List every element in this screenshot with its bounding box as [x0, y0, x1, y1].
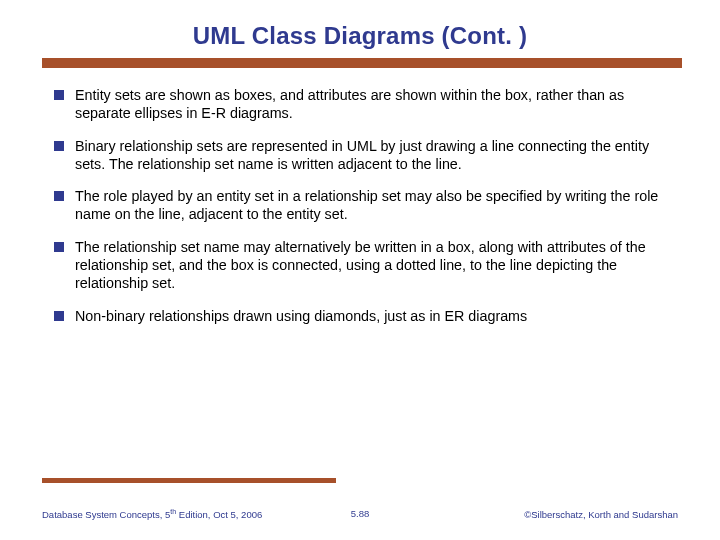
- content-area: Entity sets are shown as boxes, and attr…: [54, 86, 666, 339]
- list-item-text: Binary relationship sets are represented…: [75, 137, 666, 174]
- list-item-text: The role played by an entity set in a re…: [75, 187, 666, 224]
- list-item-text: The relationship set name may alternativ…: [75, 238, 666, 293]
- slide: UML Class Diagrams (Cont. ) Entity sets …: [0, 0, 720, 540]
- list-item: The relationship set name may alternativ…: [54, 238, 666, 293]
- list-item: Binary relationship sets are represented…: [54, 137, 666, 174]
- square-bullet-icon: [54, 141, 64, 151]
- square-bullet-icon: [54, 311, 64, 321]
- list-item: Non-binary relationships drawn using dia…: [54, 307, 666, 325]
- slide-title: UML Class Diagrams (Cont. ): [0, 22, 720, 50]
- square-bullet-icon: [54, 191, 64, 201]
- footer-page-number: 5.88: [42, 508, 678, 519]
- square-bullet-icon: [54, 90, 64, 100]
- square-bullet-icon: [54, 242, 64, 252]
- list-item-text: Non-binary relationships drawn using dia…: [75, 307, 666, 325]
- list-item: Entity sets are shown as boxes, and attr…: [54, 86, 666, 123]
- list-item: The role played by an entity set in a re…: [54, 187, 666, 224]
- footer: 5.88 Database System Concepts, 5th Editi…: [42, 508, 678, 520]
- title-underline: [42, 58, 682, 63]
- bottom-rule: [42, 478, 336, 483]
- list-item-text: Entity sets are shown as boxes, and attr…: [75, 86, 666, 123]
